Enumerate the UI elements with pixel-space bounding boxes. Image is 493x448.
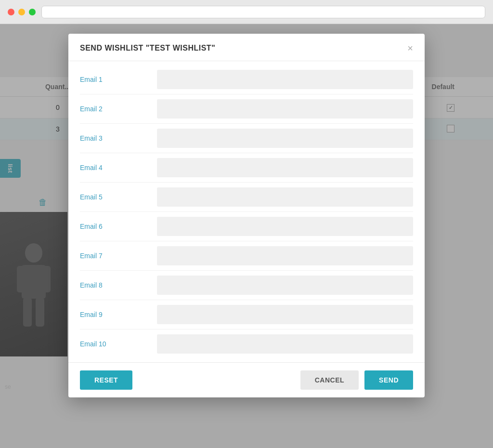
modal-footer: RESET CANCEL SEND: [68, 362, 425, 397]
email-field-row-7: Email 7: [80, 241, 413, 271]
email-field-row-2: Email 2: [80, 94, 413, 124]
traffic-light-yellow[interactable]: [18, 9, 25, 15]
email-field-row-6: Email 6: [80, 212, 413, 241]
browser-chrome: [0, 0, 493, 24]
send-wishlist-modal: SEND WISHLIST "TEST WISHLIST" × Email 1 …: [68, 34, 425, 397]
footer-right-actions: CANCEL SEND: [300, 370, 413, 390]
email-input-7[interactable]: [157, 246, 413, 265]
email-field-row-9: Email 9: [80, 300, 413, 329]
email-input-2[interactable]: [157, 99, 413, 119]
modal-title: SEND WISHLIST "TEST WISHLIST": [80, 44, 215, 53]
email-input-4[interactable]: [157, 158, 413, 177]
email-label-8: Email 8: [80, 281, 157, 289]
modal-header: SEND WISHLIST "TEST WISHLIST" ×: [68, 34, 425, 61]
email-input-9[interactable]: [157, 305, 413, 324]
email-label-5: Email 5: [80, 193, 157, 201]
email-field-row-10: Email 10: [80, 329, 413, 358]
email-label-9: Email 9: [80, 311, 157, 318]
traffic-light-green[interactable]: [29, 9, 36, 15]
email-label-6: Email 6: [80, 223, 157, 230]
email-field-row-3: Email 3: [80, 124, 413, 153]
email-field-row-5: Email 5: [80, 183, 413, 212]
cancel-button[interactable]: CANCEL: [300, 370, 359, 390]
reset-button[interactable]: RESET: [80, 370, 132, 390]
email-field-row-1: Email 1: [80, 65, 413, 94]
email-label-4: Email 4: [80, 164, 157, 171]
email-field-row-4: Email 4: [80, 153, 413, 183]
modal-body: Email 1 Email 2 Email 3 Email 4 Email 5: [68, 61, 425, 362]
email-input-8[interactable]: [157, 276, 413, 295]
traffic-lights: [8, 9, 36, 15]
modal-overlay: SEND WISHLIST "TEST WISHLIST" × Email 1 …: [0, 24, 493, 448]
email-label-1: Email 1: [80, 76, 157, 83]
email-field-row-8: Email 8: [80, 271, 413, 300]
email-input-6[interactable]: [157, 217, 413, 236]
email-label-3: Email 3: [80, 134, 157, 142]
email-label-2: Email 2: [80, 105, 157, 113]
email-input-1[interactable]: [157, 70, 413, 89]
email-input-10[interactable]: [157, 334, 413, 354]
email-input-5[interactable]: [157, 187, 413, 207]
email-label-7: Email 7: [80, 252, 157, 260]
send-button[interactable]: SEND: [364, 370, 413, 390]
email-label-10: Email 10: [80, 340, 157, 348]
traffic-light-red[interactable]: [8, 9, 14, 15]
address-bar[interactable]: [41, 6, 485, 18]
email-input-3[interactable]: [157, 129, 413, 148]
modal-close-button[interactable]: ×: [407, 43, 413, 53]
